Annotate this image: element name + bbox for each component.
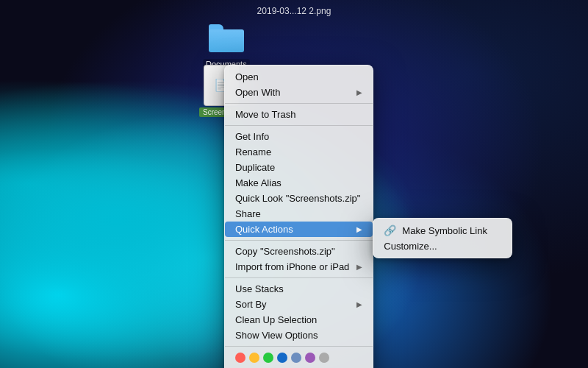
top-filename-label: 2019-03...12 2.png	[257, 6, 331, 16]
menu-item-label-clean-up: Clean Up Selection	[235, 314, 317, 325]
menu-arrow-quick-actions: ▶	[356, 225, 362, 233]
menu-item-label-use-stacks: Use Stacks	[235, 283, 284, 294]
menu-item-label-get-info: Get Info	[235, 131, 269, 142]
submenu-label-customize: Customize...	[384, 241, 437, 252]
menu-arrow-sort-by: ▶	[356, 300, 362, 308]
menu-item-import[interactable]: Import from iPhone or iPad▶	[225, 259, 373, 275]
menu-arrow-import: ▶	[356, 263, 362, 271]
menu-separator-20	[225, 346, 373, 347]
tag-dot-4[interactable]	[291, 353, 301, 363]
menu-item-use-stacks[interactable]: Use Stacks	[225, 281, 373, 297]
menu-item-show-view[interactable]: Show View Options	[225, 328, 373, 343]
tag-dot-3[interactable]	[277, 353, 287, 363]
menu-item-label-open-with: Open With	[235, 87, 280, 98]
menu-separator-4	[225, 125, 373, 126]
menu-item-label-open: Open	[235, 71, 259, 82]
menu-item-label-show-view: Show View Options	[235, 330, 318, 341]
menu-item-clean-up[interactable]: Clean Up Selection	[225, 312, 373, 328]
menu-separator-2	[225, 103, 373, 104]
tag-dot-0[interactable]	[235, 353, 245, 363]
menu-separator-15	[225, 277, 373, 278]
menu-item-make-alias[interactable]: Make Alias	[225, 175, 373, 191]
menu-item-copy[interactable]: Copy "Screenshots.zip"	[225, 244, 373, 259]
submenu-item-customize[interactable]: Customize...	[373, 238, 512, 254]
folder-icon-image	[209, 21, 244, 56]
menu-item-open[interactable]: Open	[225, 69, 373, 85]
menu-item-quick-look[interactable]: Quick Look "Screenshots.zip"	[225, 191, 373, 206]
tag-dot-5[interactable]	[305, 353, 315, 363]
menu-separator-12	[225, 240, 373, 241]
menu-item-move-to-trash[interactable]: Move to Trash	[225, 107, 373, 122]
menu-item-open-with[interactable]: Open With▶	[225, 85, 373, 100]
menu-item-sort-by[interactable]: Sort By▶	[225, 297, 373, 312]
tag-dot-2[interactable]	[263, 353, 273, 363]
menu-item-label-quick-actions: Quick Actions	[235, 224, 293, 235]
menu-item-duplicate[interactable]: Duplicate	[225, 160, 373, 175]
menu-item-label-sort-by: Sort By	[235, 299, 267, 310]
menu-item-label-quick-look: Quick Look "Screenshots.zip"	[235, 193, 360, 204]
menu-item-label-make-alias: Make Alias	[235, 177, 282, 188]
submenu-label-make-symbolic-link: Make Symbolic Link	[402, 225, 487, 236]
menu-item-get-info[interactable]: Get Info	[225, 129, 373, 144]
tag-dots-row	[225, 350, 373, 366]
menu-item-label-move-to-trash: Move to Trash	[235, 109, 295, 120]
menu-item-quick-actions[interactable]: Quick Actions▶🔗Make Symbolic LinkCustomi…	[225, 222, 373, 237]
menu-item-label-duplicate: Duplicate	[235, 162, 275, 173]
quick-actions-submenu: 🔗Make Symbolic LinkCustomize...	[373, 218, 512, 258]
menu-item-label-share: Share	[235, 208, 261, 219]
menu-item-share[interactable]: Share	[225, 206, 373, 222]
menu-arrow-open-with: ▶	[356, 88, 362, 96]
menu-item-label-rename: Rename	[235, 146, 271, 158]
tag-dot-1[interactable]	[249, 353, 259, 363]
submenu-icon-make-symbolic-link: 🔗	[384, 224, 396, 236]
menu-item-label-import: Import from iPhone or iPad	[235, 261, 349, 272]
context-menu: OpenOpen With▶Move to TrashGet InfoRenam…	[224, 65, 373, 368]
submenu-item-make-symbolic-link[interactable]: 🔗Make Symbolic Link	[373, 222, 512, 238]
folder-shape	[209, 24, 244, 52]
tag-dot-6[interactable]	[319, 353, 329, 363]
menu-item-rename[interactable]: Rename	[225, 144, 373, 160]
menu-item-label-copy: Copy "Screenshots.zip"	[235, 246, 335, 257]
documents-folder-icon[interactable]: Documents	[203, 21, 250, 69]
